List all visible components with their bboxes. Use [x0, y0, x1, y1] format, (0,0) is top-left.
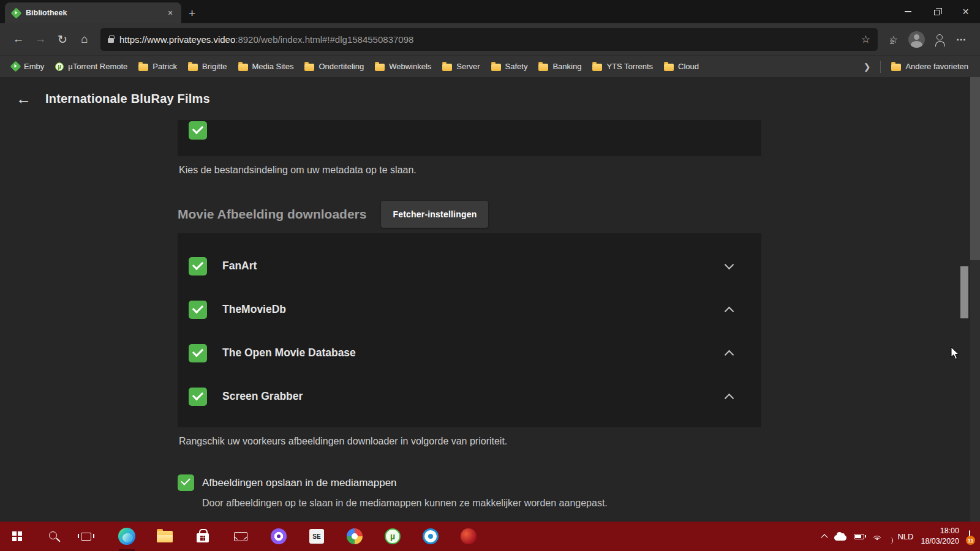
onedrive-cloud-icon[interactable] — [834, 535, 846, 541]
downloader-checkbox[interactable] — [189, 257, 207, 276]
bookmark-label: Media Sites — [252, 62, 294, 71]
section-title: Movie Afbeelding downloaders — [178, 207, 366, 222]
bookmark-folder-safety[interactable]: Safety — [486, 59, 533, 74]
collapse-button[interactable] — [720, 388, 738, 406]
taskbar-explorer-button[interactable] — [146, 522, 184, 551]
metadata-format-checkbox[interactable] — [189, 121, 207, 140]
collapse-button[interactable] — [720, 301, 738, 319]
downloader-checkbox[interactable] — [189, 344, 207, 362]
page-title: Internationale BluRay Films — [45, 92, 210, 106]
bookmark-folder-cloud[interactable]: Cloud — [658, 59, 704, 74]
chevron-down-icon — [724, 260, 734, 269]
window-restore-button[interactable] — [922, 0, 951, 23]
red-app-icon — [461, 528, 477, 544]
wifi-icon[interactable] — [872, 533, 883, 541]
bookmark-folder-brigitte[interactable]: Brigitte — [183, 59, 232, 74]
add-favorite-star-icon[interactable]: ☆ — [861, 33, 870, 46]
task-view-button[interactable] — [69, 522, 103, 551]
taskbar-red-app-button[interactable] — [450, 522, 488, 551]
clock-date: 18/03/2020 — [921, 536, 959, 547]
bookmark-folder-ondertiteling[interactable]: Ondertiteling — [299, 59, 369, 74]
folder-icon — [538, 64, 548, 71]
feedback-button[interactable] — [929, 29, 951, 50]
other-favorites-label: Andere favorieten — [905, 62, 968, 71]
home-button[interactable]: ⌂ — [74, 29, 96, 50]
downloader-row-themoviedb[interactable]: TheMovieDb — [178, 288, 761, 331]
language-indicator[interactable]: NLD — [897, 532, 913, 541]
tray-expand-caret-icon[interactable] — [821, 534, 828, 541]
bookmark-label: Server — [456, 62, 480, 71]
save-images-label: Afbeeldingen opslaan in de mediamappen — [202, 477, 397, 489]
folder-icon — [375, 64, 385, 71]
taskbar-store-button[interactable] — [184, 522, 222, 551]
metadata-format-card — [178, 120, 761, 156]
mail-icon — [234, 532, 247, 541]
page-back-button[interactable]: ← — [16, 91, 31, 107]
save-images-checkbox[interactable] — [178, 474, 194, 491]
other-favorites-folder[interactable]: Andere favorieten — [886, 59, 974, 74]
taskbar-mail-button[interactable] — [222, 522, 260, 551]
expand-button[interactable] — [720, 257, 738, 276]
downloader-checkbox[interactable] — [189, 301, 207, 319]
metadata-format-hint: Kies de bestandsindeling om uw metadata … — [179, 163, 760, 177]
task-view-icon — [81, 533, 91, 541]
folder-icon — [138, 64, 148, 71]
chevron-up-icon — [724, 350, 734, 360]
settings-menu-button[interactable]: ⋯ — [951, 29, 973, 50]
save-images-description: Door afbeeldingen op te slaan in de medi… — [202, 497, 761, 510]
browser-tab[interactable]: Bibliotheek × — [5, 2, 181, 23]
taskbar-edge-button[interactable] — [108, 522, 146, 551]
chevron-up-icon — [724, 307, 734, 317]
window-close-button[interactable]: ✕ — [951, 0, 980, 23]
action-center-button[interactable]: 11 — [969, 531, 970, 542]
taskbar-clock[interactable]: 18:00 18/03/2020 — [921, 526, 959, 547]
new-tab-button[interactable]: + — [189, 7, 195, 19]
bookmark-folder-yts-torrents[interactable]: YTS Torrents — [587, 59, 658, 74]
battery-icon[interactable] — [854, 534, 864, 539]
save-images-row[interactable]: Afbeeldingen opslaan in de mediamappen — [178, 474, 761, 491]
window-minimize-button[interactable] — [894, 0, 922, 23]
bookmark-label: Cloud — [678, 62, 699, 71]
downloader-row-screen-grabber[interactable]: Screen Grabber — [178, 375, 761, 418]
folder-icon — [891, 64, 901, 71]
bookmark-folder-patrick[interactable]: Patrick — [133, 59, 183, 74]
bookmark-utorrent-remote[interactable]: µTorrent Remote — [50, 59, 133, 74]
downloader-row-omdb[interactable]: The Open Movie Database — [178, 331, 761, 375]
emby-favicon-icon — [10, 7, 21, 18]
forward-button[interactable]: → — [29, 29, 51, 50]
bookmark-folder-server[interactable]: Server — [437, 59, 485, 74]
downloader-name: Screen Grabber — [222, 390, 303, 403]
bookmark-folder-banking[interactable]: Banking — [533, 59, 587, 74]
taskbar-search-button[interactable] — [34, 522, 69, 551]
refresh-button[interactable]: ↻ — [51, 29, 74, 50]
taskbar-utorrent-button[interactable] — [374, 522, 412, 551]
downloader-name: The Open Movie Database — [222, 347, 356, 359]
browser-scrollbar-thumb[interactable] — [970, 77, 980, 260]
bookmark-label: Safety — [505, 62, 528, 71]
address-bar[interactable]: https://www.privateyes.video:8920/web/in… — [100, 28, 878, 51]
bookmark-folder-media-sites[interactable]: Media Sites — [233, 59, 300, 74]
bookmark-emby[interactable]: Emby — [6, 59, 50, 74]
dialog-scrollbar-thumb[interactable] — [960, 266, 968, 318]
back-button[interactable]: ← — [7, 29, 29, 50]
taskbar-blue-app-button[interactable] — [412, 522, 450, 551]
start-button[interactable] — [0, 522, 34, 551]
windows-logo-icon — [12, 531, 23, 542]
folder-icon — [188, 64, 198, 71]
browser-scrollbar-track[interactable] — [970, 77, 980, 522]
collapse-button[interactable] — [720, 344, 738, 362]
taskbar-media-app-button[interactable] — [260, 522, 298, 551]
se-app-icon: SE — [309, 529, 324, 544]
taskbar-se-app-button[interactable]: SE — [298, 522, 336, 551]
folder-icon — [664, 64, 674, 71]
fetcher-settings-button[interactable]: Fetcher-instellingen — [381, 201, 488, 228]
downloader-row-fanart[interactable]: FanArt — [178, 244, 761, 288]
tab-close-icon[interactable]: × — [164, 7, 176, 19]
bookmarks-overflow-chevron-icon[interactable]: ❯ — [859, 59, 876, 74]
downloader-checkbox[interactable] — [189, 388, 207, 406]
profile-avatar[interactable] — [908, 31, 925, 48]
bookmark-folder-webwinkels[interactable]: Webwinkels — [369, 59, 437, 74]
bookmark-label: YTS Torrents — [606, 62, 653, 71]
favorites-hub-button[interactable]: ☆ — [883, 29, 905, 50]
taskbar-pinwheel-app-button[interactable] — [336, 522, 374, 551]
